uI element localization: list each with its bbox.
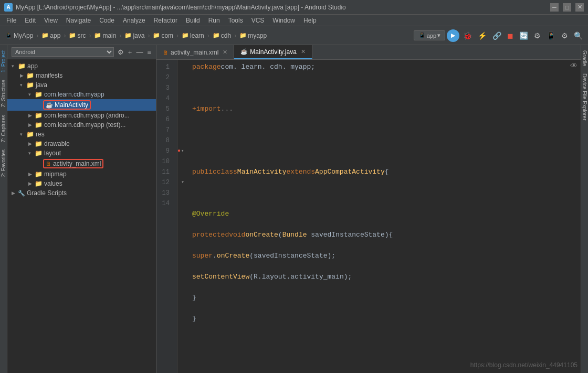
project-tree: ▾ 📁 app ▶ 📁 manifests ▾ 📁 java ▾ bbox=[7, 59, 156, 373]
menu-help[interactable]: Help bbox=[299, 16, 321, 25]
main-icon: 📁 bbox=[94, 32, 101, 39]
menu-build[interactable]: Build bbox=[182, 16, 204, 25]
app-config-dropdown[interactable]: 📱 app ▾ bbox=[414, 30, 445, 40]
tree-item-mainactivity[interactable]: ▶ ☕ MainActivity bbox=[7, 99, 156, 111]
code-line-2 bbox=[192, 83, 576, 93]
tab-mainactivity-close[interactable]: ✕ bbox=[301, 48, 306, 55]
maximize-button[interactable]: □ bbox=[563, 3, 571, 12]
menu-refactor[interactable]: Refactor bbox=[150, 16, 182, 25]
sidebar-item-favorites[interactable]: 2: Favorites bbox=[0, 146, 7, 180]
tree-label-layout: layout bbox=[44, 150, 61, 157]
run-button[interactable]: ▶ bbox=[447, 29, 459, 42]
project-view-dropdown[interactable]: Android Project bbox=[12, 47, 114, 57]
title-bar: A MyApp [L:\Android\project\MyApp] - ...… bbox=[0, 0, 588, 15]
tree-arrow-com-test: ▶ bbox=[28, 122, 34, 127]
menu-view[interactable]: View bbox=[40, 16, 62, 25]
breadcrumb-com[interactable]: 📁 com bbox=[151, 31, 175, 40]
close-button[interactable]: ✕ bbox=[575, 3, 584, 12]
tab-mainactivity-java[interactable]: ☕ MainActivity.java ✕ bbox=[234, 45, 312, 59]
menu-navigate[interactable]: Navigate bbox=[62, 16, 95, 25]
menu-window[interactable]: Window bbox=[268, 16, 299, 25]
breadcrumb-main[interactable]: 📁 main bbox=[92, 31, 118, 40]
sidebar-item-device-file-explorer[interactable]: Device File Explorer bbox=[581, 70, 588, 123]
sidebar-item-structure[interactable]: Z: Structure bbox=[0, 77, 7, 110]
tree-item-manifests[interactable]: ▶ 📁 manifests bbox=[7, 71, 156, 80]
panel-options-btn[interactable]: ≡ bbox=[146, 48, 152, 57]
tree-arrow-layout: ▾ bbox=[28, 151, 34, 156]
breakpoint-icon[interactable]: ● bbox=[177, 146, 181, 156]
tree-item-drawable[interactable]: ▶ 📁 drawable bbox=[7, 139, 156, 148]
tree-item-gradle[interactable]: ▶ 🔧 Gradle Scripts bbox=[7, 188, 156, 198]
tree-item-values[interactable]: ▶ 📁 values bbox=[7, 179, 156, 188]
menu-analyze[interactable]: Analyze bbox=[119, 16, 150, 25]
com-android-icon: 📁 bbox=[35, 112, 43, 119]
tree-label-manifests: manifests bbox=[36, 72, 62, 79]
avd-button[interactable]: 📱 bbox=[544, 30, 558, 41]
stop-button[interactable]: ◼ bbox=[505, 30, 516, 41]
menu-tools[interactable]: Tools bbox=[224, 16, 247, 25]
tree-item-res[interactable]: ▾ 📁 res bbox=[7, 130, 156, 139]
collapse-class-icon[interactable]: ▾ bbox=[177, 177, 188, 188]
collapse-icon[interactable]: ▾ bbox=[181, 146, 184, 156]
attach-button[interactable]: 🔗 bbox=[490, 30, 503, 41]
tree-item-app[interactable]: ▾ 📁 app bbox=[7, 61, 156, 71]
tab-activity-xml-close[interactable]: ✕ bbox=[223, 49, 227, 56]
tree-arrow-drawable: ▶ bbox=[28, 141, 34, 146]
sidebar-item-project[interactable]: 1: Project bbox=[0, 47, 7, 76]
tree-label-java: java bbox=[36, 81, 47, 89]
tree-label-mainactivity: MainActivity bbox=[55, 101, 88, 109]
breadcrumb-cdh[interactable]: 📁 cdh bbox=[211, 31, 233, 40]
sync-button[interactable]: 🔄 bbox=[517, 30, 530, 41]
menu-bar: File Edit View Navigate Code Analyze Ref… bbox=[0, 15, 588, 26]
code-line-6: public class MainActivity extends AppCom… bbox=[192, 167, 576, 177]
right-sidebar-tabs: Gradle Device File Explorer bbox=[581, 45, 588, 373]
eye-icon[interactable]: 👁 bbox=[570, 62, 578, 70]
tree-arrow-com: ▾ bbox=[28, 92, 34, 97]
sidebar-item-captures[interactable]: Z: Captures bbox=[0, 112, 7, 145]
breadcrumb-myapp[interactable]: 📱 MyApp bbox=[3, 31, 35, 40]
tree-item-mipmap[interactable]: ▶ 📁 mipmap bbox=[7, 169, 156, 179]
tree-item-com-pkg[interactable]: ▾ 📁 com.learn.cdh.myapp bbox=[7, 90, 156, 99]
learn-icon: 📁 bbox=[182, 32, 189, 39]
sdk-button[interactable]: ⚙ bbox=[532, 30, 543, 41]
breadcrumb-src[interactable]: 📁 src bbox=[67, 31, 88, 40]
breadcrumb-myapp2[interactable]: 📁 myapp bbox=[237, 31, 269, 40]
tree-arrow-mipmap: ▶ bbox=[28, 172, 34, 177]
tree-arrow-values: ▶ bbox=[28, 181, 34, 186]
tree-item-com-test[interactable]: ▶ 📁 com.learn.cdh.myapp (test)... bbox=[7, 120, 156, 130]
gutter-icons: ● ▾ ▾ bbox=[177, 60, 188, 373]
breadcrumb-app[interactable]: 📁 app bbox=[39, 31, 62, 40]
breadcrumb-java[interactable]: 📁 java bbox=[122, 31, 146, 40]
debug-button[interactable]: 🐞 bbox=[461, 30, 474, 41]
code-line-3: +import ... bbox=[192, 104, 576, 114]
java-folder-icon: 📁 bbox=[26, 81, 34, 89]
tree-item-activity-xml[interactable]: ▶ 🗎 activity_main.xml bbox=[7, 158, 156, 169]
code-content[interactable]: package com. learn. cdh. myapp; +import … bbox=[188, 60, 581, 373]
sidebar-item-gradle[interactable]: Gradle bbox=[581, 47, 588, 69]
menu-edit[interactable]: Edit bbox=[20, 16, 40, 25]
project-panel: Android Project ⚙ + — ≡ ▾ 📁 app ▶ 📁 mani… bbox=[7, 45, 156, 373]
panel-collapse-btn[interactable]: — bbox=[135, 48, 143, 57]
panel-settings-btn[interactable]: ⚙ bbox=[117, 48, 124, 57]
menu-run[interactable]: Run bbox=[204, 16, 224, 25]
tab-activity-xml[interactable]: 🗎 activity_main.xml ✕ bbox=[156, 45, 234, 59]
editor-tabs: 🗎 activity_main.xml ✕ ☕ MainActivity.jav… bbox=[156, 45, 581, 60]
breadcrumb-learn[interactable]: 📁 learn bbox=[180, 31, 206, 40]
search-button[interactable]: 🔍 bbox=[572, 30, 585, 41]
tree-item-layout[interactable]: ▾ 📁 layout bbox=[7, 148, 156, 158]
settings-button[interactable]: ⚙ bbox=[559, 30, 570, 41]
profile-button[interactable]: ⚡ bbox=[476, 30, 489, 41]
toolbar-breadcrumb: 📱 MyApp › 📁 app › 📁 src › 📁 main › 📁 jav… bbox=[3, 31, 412, 40]
tree-item-com-android[interactable]: ▶ 📁 com.learn.cdh.myapp (andro... bbox=[7, 111, 156, 120]
tree-item-java[interactable]: ▾ 📁 java bbox=[7, 80, 156, 90]
manifests-folder-icon: 📁 bbox=[26, 72, 34, 79]
tree-label-com: com.learn.cdh.myapp bbox=[44, 91, 104, 98]
minimize-button[interactable]: ─ bbox=[550, 3, 559, 12]
tree-label-res: res bbox=[36, 131, 45, 138]
menu-file[interactable]: File bbox=[2, 16, 20, 25]
tree-label-activity-xml: activity_main.xml bbox=[53, 160, 101, 167]
menu-code[interactable]: Code bbox=[95, 16, 119, 25]
panel-expand-btn[interactable]: + bbox=[128, 48, 133, 57]
tree-arrow-com-android: ▶ bbox=[28, 113, 34, 118]
menu-vcs[interactable]: VCS bbox=[247, 16, 269, 25]
